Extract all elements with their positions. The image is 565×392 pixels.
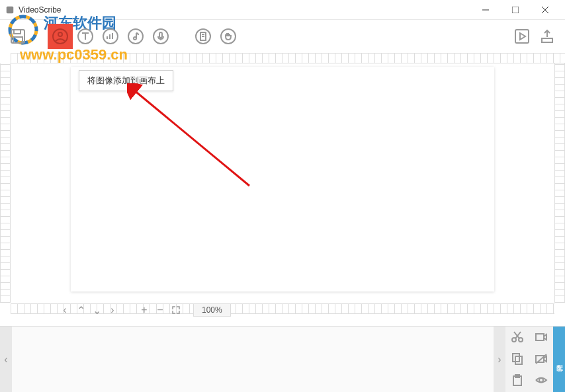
svg-point-15 xyxy=(134,37,136,40)
camera-add-button[interactable] xyxy=(535,330,548,346)
svg-point-35 xyxy=(539,378,543,382)
timeline-tools xyxy=(505,327,553,392)
save-button[interactable] xyxy=(8,26,28,46)
svg-rect-28 xyxy=(536,334,544,340)
zoom-in-button[interactable]: + xyxy=(139,305,150,315)
timeline-side-tab[interactable]: 音配 xyxy=(553,327,565,392)
maximize-button[interactable] xyxy=(500,0,530,20)
svg-point-11 xyxy=(58,32,62,36)
cut-button[interactable] xyxy=(511,330,524,346)
hand-tool-button[interactable] xyxy=(218,26,238,46)
visibility-button[interactable] xyxy=(535,373,548,389)
nav-up-button[interactable]: ⌃ xyxy=(75,305,86,315)
svg-rect-17 xyxy=(159,32,162,38)
app-icon xyxy=(5,5,15,15)
svg-rect-8 xyxy=(14,30,21,34)
nav-left-button[interactable]: ‹ xyxy=(60,305,70,315)
zoom-value[interactable]: 100% xyxy=(193,303,231,317)
svg-rect-24 xyxy=(542,38,552,42)
ruler-top xyxy=(11,53,565,63)
window-title: VideoScribe xyxy=(19,5,470,15)
timeline-track[interactable] xyxy=(12,327,494,392)
add-voiceover-button[interactable] xyxy=(151,26,171,46)
timeline-collapse-right[interactable]: › xyxy=(494,327,505,392)
nav-right-button[interactable]: › xyxy=(107,305,118,315)
ruler-left xyxy=(0,63,11,303)
export-button[interactable] xyxy=(537,26,557,46)
add-image-button[interactable] xyxy=(50,26,70,46)
svg-rect-4 xyxy=(512,7,519,13)
titlebar: VideoScribe xyxy=(0,0,565,20)
add-text-button[interactable] xyxy=(75,26,95,46)
timeline-collapse-left[interactable]: ‹ xyxy=(0,327,12,392)
svg-rect-9 xyxy=(13,37,22,43)
page-settings-button[interactable] xyxy=(193,26,213,46)
add-music-button[interactable] xyxy=(126,26,146,46)
zoom-fit-button[interactable] xyxy=(171,305,181,315)
add-image-tooltip: 将图像添加到画布上 xyxy=(79,70,173,91)
minimize-button[interactable] xyxy=(470,0,500,20)
svg-rect-23 xyxy=(515,30,529,43)
ruler-right xyxy=(554,63,565,303)
preview-button[interactable] xyxy=(512,26,532,46)
svg-point-16 xyxy=(153,29,168,44)
canvas[interactable]: 将图像添加到画布上 xyxy=(71,67,494,292)
main-toolbar xyxy=(0,20,565,53)
nav-down-button[interactable]: ⌄ xyxy=(91,305,102,315)
zoom-out-button[interactable]: − xyxy=(155,305,165,315)
add-chart-button[interactable] xyxy=(101,26,120,46)
close-button[interactable] xyxy=(530,0,560,20)
copy-button[interactable] xyxy=(511,352,524,368)
timeline-panel: ‹ › 音配 xyxy=(0,326,565,392)
canvas-viewport: 将图像添加到画布上 xyxy=(11,63,554,303)
camera-remove-button[interactable] xyxy=(535,352,548,368)
zoom-controls: ‹ ⌃ ⌄ › + − 100% xyxy=(60,302,231,318)
svg-line-25 xyxy=(134,90,249,186)
paste-button[interactable] xyxy=(511,373,524,389)
svg-rect-31 xyxy=(536,356,544,362)
svg-rect-2 xyxy=(7,6,14,13)
annotation-arrow xyxy=(127,83,259,196)
